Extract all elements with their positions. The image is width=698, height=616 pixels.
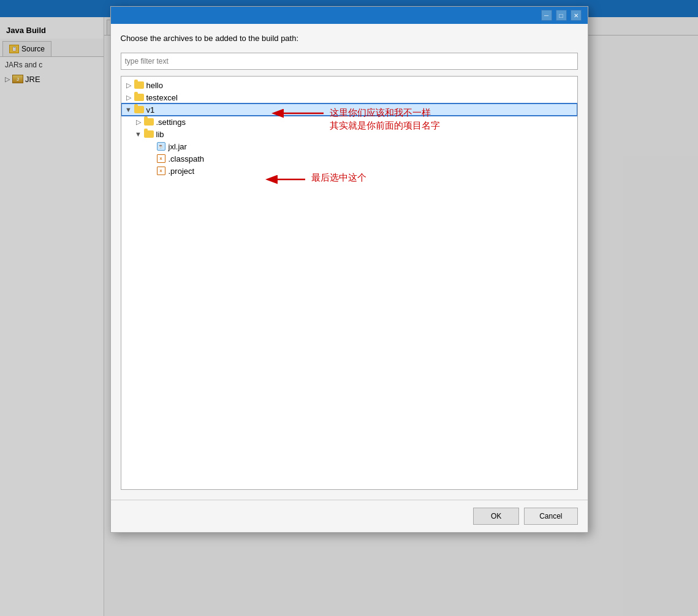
folder-icon (144, 130, 154, 138)
filter-input[interactable] (121, 53, 578, 70)
xml-icon: X (157, 167, 165, 175)
jar-icon: ☕ (157, 142, 165, 151)
tree-item-testexcel[interactable]: ▷ testexcel (121, 91, 577, 103)
dialog-overlay: ─ □ ✕ Choose the archives to be added to… (0, 0, 698, 616)
minimize-button[interactable]: ─ (541, 10, 552, 21)
dialog-body: Choose the archives to be added to the b… (111, 24, 588, 500)
settings-folder-icon (143, 117, 154, 127)
file-tree[interactable]: ▷ hello ▷ testexcel ▼ (121, 76, 578, 490)
testexcel-toggle[interactable]: ▷ (124, 94, 134, 102)
lib-folder-icon (143, 129, 154, 139)
dialog-title-bar: ─ □ ✕ (111, 7, 588, 24)
settings-toggle[interactable]: ▷ (134, 118, 143, 126)
hello-label: hello (146, 81, 163, 90)
testexcel-folder-icon (134, 92, 145, 102)
v1-label: v1 (146, 105, 155, 115)
settings-label: .settings (156, 118, 186, 127)
dialog-footer: OK Cancel (111, 500, 588, 532)
tree-item-hello[interactable]: ▷ hello (121, 79, 577, 91)
v1-folder-icon (134, 105, 145, 115)
xml-icon: X (157, 154, 165, 163)
lib-label: lib (156, 130, 164, 139)
tree-item-classpath[interactable]: ▷ X .classpath (121, 152, 577, 165)
v1-toggle[interactable]: ▼ (124, 106, 134, 113)
classpath-xml-icon: X (156, 154, 167, 163)
lib-toggle[interactable]: ▼ (134, 130, 143, 138)
tree-item-project[interactable]: ▷ X .project (121, 165, 577, 177)
tree-item-settings[interactable]: ▷ .settings (121, 116, 577, 128)
maximize-button[interactable]: □ (556, 10, 567, 21)
tree-item-lib[interactable]: ▼ lib (121, 128, 577, 140)
dialog-description: Choose the archives to be added to the b… (121, 34, 578, 43)
hello-folder-icon (134, 80, 145, 90)
project-xml-icon: X (156, 166, 167, 176)
tree-item-v1[interactable]: ▼ v1 (121, 103, 577, 116)
folder-icon (134, 106, 144, 113)
ok-button[interactable]: OK (473, 508, 519, 525)
archive-dialog: ─ □ ✕ Choose the archives to be added to… (110, 6, 588, 533)
testexcel-label: testexcel (146, 93, 178, 102)
folder-icon (134, 81, 144, 89)
classpath-label: .classpath (169, 154, 205, 163)
project-label: .project (169, 167, 195, 176)
jxl-label: jxl.jar (169, 142, 187, 151)
hello-toggle[interactable]: ▷ (124, 81, 134, 89)
folder-icon (144, 118, 154, 126)
jxl-jar-icon: ☕ (156, 141, 167, 151)
tree-item-jxl[interactable]: ▷ ☕ jxl.jar (121, 140, 577, 152)
cancel-button[interactable]: Cancel (524, 508, 577, 525)
folder-icon (134, 94, 144, 101)
close-button[interactable]: ✕ (571, 10, 582, 21)
dialog-title-controls: ─ □ ✕ (541, 10, 582, 21)
